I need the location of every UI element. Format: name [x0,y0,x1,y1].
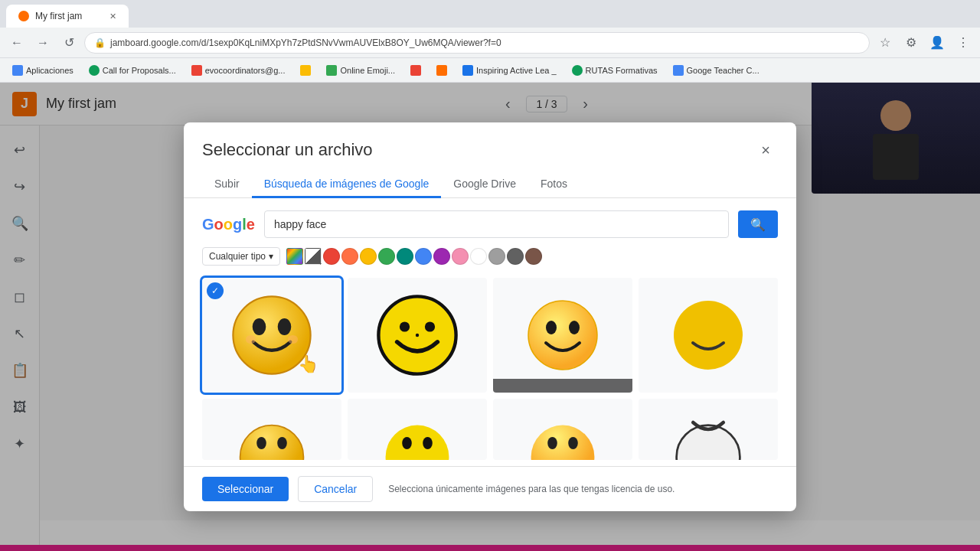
color-swatch-yellow[interactable] [360,248,377,265]
color-filters [286,248,542,265]
address-bar[interactable]: 🔒 jamboard.google.com/d/1sexp0KqLniMXpYh… [84,32,870,54]
browser-tab[interactable]: My first jam ✕ [6,5,129,28]
gteacher-favicon [673,65,684,76]
bookmark-email[interactable]: evocoordinators@g... [185,63,292,78]
bookmark-emoji[interactable]: Online Emoji... [320,63,401,78]
color-swatch-red[interactable] [323,248,340,265]
svg-point-0 [233,296,310,373]
google-logo: Google [202,216,255,233]
dropdown-chevron-icon: ▾ [269,251,273,262]
cancel-button[interactable]: Cancelar [298,476,373,502]
selected-checkmark-icon: ✓ [207,282,224,299]
svg-point-1 [253,318,266,335]
dialog-title: Seleccionar un archivo [202,140,373,160]
bookmark-red2[interactable] [404,63,427,78]
tab-close-btn[interactable]: ✕ [109,11,116,21]
search-button[interactable]: 🔍 [738,210,778,238]
smiley-image-7-partial [528,399,597,460]
image-cell-2[interactable] [348,278,487,393]
color-swatch-bw[interactable] [305,248,322,265]
color-swatch-rainbow[interactable] [286,248,303,265]
color-swatch-purple[interactable] [433,248,450,265]
color-swatch-brown[interactable] [525,248,542,265]
email-favicon [191,65,202,76]
image-cell-6[interactable] [348,399,487,460]
tab-google-images[interactable]: Búsqueda de imágenes de Google [252,171,442,198]
svg-point-18 [386,425,449,460]
red2-favicon [410,65,421,76]
dialog-header: Seleccionar un archivo × [184,122,796,162]
svg-point-23 [568,437,578,449]
svg-point-17 [277,437,287,449]
select-button[interactable]: Seleccionar [202,477,289,501]
call-favicon [89,65,100,76]
bookmark-email-label: evocoordinators@g... [205,66,286,75]
filter-row: Cualquier tipo ▾ [184,244,796,272]
dialog-close-button[interactable]: × [753,138,778,162]
forward-button[interactable]: → [32,32,54,54]
multi-favicon [300,65,311,76]
search-area: Google 🔍 [184,198,796,244]
bookmark-inspiring[interactable]: Inspiring Active Lea _ [456,63,563,78]
svg-point-3 [246,335,256,344]
bookmark-emoji-label: Online Emoji... [340,66,395,75]
color-swatch-white[interactable] [470,248,487,265]
bookmark-multi[interactable] [294,63,317,78]
bookmark-orange[interactable] [430,63,453,78]
bookmark-star-button[interactable]: ☆ [874,32,896,54]
color-swatch-dgray[interactable] [507,248,524,265]
bookmark-rutas[interactable]: RUTAS Formativas [566,63,664,78]
footer-notice: Selecciona únicamente imágenes para las … [388,484,675,494]
tab-fotos[interactable]: Fotos [528,171,580,198]
image-cell-1[interactable]: ✓ [202,278,341,393]
svg-point-10 [546,321,557,334]
image-label-bar [493,379,632,393]
color-swatch-green[interactable] [378,248,395,265]
search-input[interactable] [264,210,729,238]
image-cell-3[interactable] [493,278,632,393]
browser-frame: My first jam ✕ ← → ↺ 🔒 jamboard.google.c… [0,0,980,551]
bookmark-apps-label: Aplicaciones [26,66,74,75]
image-cell-5[interactable] [202,399,341,460]
refresh-button[interactable]: ↺ [58,32,80,54]
rutas-favicon [572,65,583,76]
svg-point-2 [278,318,292,335]
tab-title: My first jam [35,11,82,21]
svg-point-12 [674,301,743,370]
svg-point-8 [416,334,419,337]
url-text: jamboard.google.com/d/1sexp0KqLniMXpYh7z… [110,37,501,48]
bookmark-call[interactable]: Call for Proposals... [83,63,182,78]
extensions-button[interactable]: ⚙ [900,32,922,54]
bookmark-rutas-label: RUTAS Formativas [586,66,658,75]
image-cell-8[interactable] [639,399,778,460]
bookmark-apps[interactable]: Aplicaciones [6,63,80,78]
smiley-image-8-partial [674,399,743,460]
menu-button[interactable]: ⋮ [952,32,974,54]
image-cell-4[interactable] [639,278,778,393]
smiley-image-1 [230,293,314,377]
color-swatch-pink[interactable] [452,248,469,265]
search-input-wrapper [264,210,729,238]
tab-subir[interactable]: Subir [202,171,252,198]
type-filter-dropdown[interactable]: Cualquier tipo ▾ [202,247,280,266]
orange-favicon [436,65,447,76]
browser-toolbar: ← → ↺ 🔒 jamboard.google.com/d/1sexp0KqLn… [0,28,980,58]
color-swatch-blue[interactable] [415,248,432,265]
image-cell-7[interactable] [493,399,632,460]
dialog-overlay: Seleccionar un archivo × Subir Búsqueda … [0,83,980,551]
bookmark-gteacher[interactable]: Googe Teacher C... [667,63,766,78]
svg-point-22 [547,437,557,449]
svg-point-9 [528,301,597,370]
svg-point-4 [288,335,298,344]
inspiring-favicon [462,65,473,76]
smiley-image-3 [524,297,601,373]
tab-google-drive[interactable]: Google Drive [441,171,528,198]
smiley-image-5-partial [237,399,306,460]
smiley-image-4 [670,297,746,373]
color-swatch-teal[interactable] [397,248,413,265]
color-swatch-lgray[interactable] [488,248,505,265]
color-swatch-orange[interactable] [341,248,358,265]
back-button[interactable]: ← [6,32,28,54]
profile-button[interactable]: 👤 [926,32,948,54]
dialog-tabs: Subir Búsqueda de imágenes de Google Goo… [184,162,796,198]
